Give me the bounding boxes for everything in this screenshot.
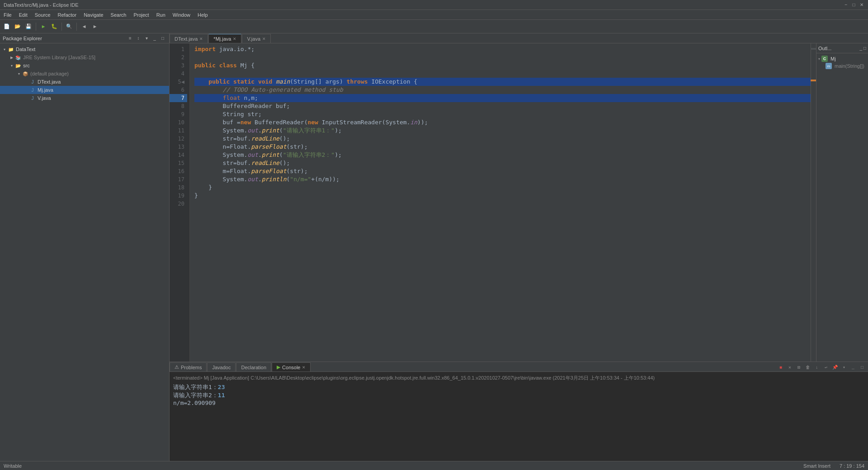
tree-item-datatext[interactable]: ▾ 📁 DataText bbox=[0, 45, 169, 53]
next-button[interactable]: ▶ bbox=[90, 22, 100, 32]
line-num-15: 15 bbox=[170, 159, 187, 167]
line-num-6: 6 bbox=[170, 86, 187, 94]
console-max-btn[interactable]: □ bbox=[858, 363, 866, 371]
tree-item-mj[interactable]: ▶ J Mj.java bbox=[0, 86, 169, 94]
editor-scrollbar[interactable] bbox=[811, 43, 816, 362]
console-clear-btn[interactable]: 🗑 bbox=[804, 363, 812, 371]
line-num-11: 11 bbox=[170, 127, 187, 135]
tree-arrow-datatext: ▾ bbox=[2, 47, 7, 52]
tab-problems-icon: ⚠ bbox=[175, 364, 179, 370]
outline-item-mj[interactable]: ▾ C Mj bbox=[818, 55, 866, 62]
tree-label-v: V.java bbox=[38, 95, 51, 101]
scroll-marker-2 bbox=[811, 80, 816, 81]
line-num-13: 13 bbox=[170, 143, 187, 151]
outline-method-icon: m bbox=[826, 63, 832, 69]
menu-item-search[interactable]: Search bbox=[107, 10, 130, 19]
tree-item-jre[interactable]: ▶ 📚 JRE System Library [JavaSE-15] bbox=[0, 53, 169, 61]
maximize-button[interactable]: □ bbox=[851, 2, 857, 8]
tree-item-default-pkg[interactable]: ▾ 📦 (default package) bbox=[0, 70, 169, 78]
tree-label-jre: JRE System Library [JavaSE-15] bbox=[23, 55, 95, 60]
line-num-10: 10 bbox=[170, 118, 187, 127]
minimize-button[interactable]: − bbox=[843, 2, 849, 8]
outline-min[interactable]: _ bbox=[859, 46, 862, 51]
code-line-5: public static void main(String[] args) t… bbox=[194, 78, 811, 86]
tab-problems[interactable]: ⚠ Problems bbox=[170, 362, 207, 371]
close-button[interactable]: ✕ bbox=[859, 2, 864, 8]
debug-button[interactable]: 🐛 bbox=[49, 22, 59, 32]
new-button[interactable]: 📄 bbox=[2, 22, 12, 32]
menu-item-refactor[interactable]: Refactor bbox=[54, 10, 80, 19]
tree-item-src[interactable]: ▾ 📂 src bbox=[0, 61, 169, 70]
menu-item-source[interactable]: Source bbox=[31, 10, 54, 19]
tab-v-close[interactable]: ✕ bbox=[262, 37, 266, 41]
code-line-18: } bbox=[194, 183, 811, 192]
package-icon: 📦 bbox=[22, 70, 29, 77]
line-num-8: 8 bbox=[170, 102, 187, 110]
console-btn-3[interactable]: ⊠ bbox=[795, 363, 803, 371]
status-right: Smart Insert 7 : 19 : 154 bbox=[803, 463, 864, 469]
code-line-14: System.out.print("请输入字符串2："); bbox=[194, 151, 811, 159]
run-button[interactable]: ▶ bbox=[38, 22, 48, 32]
menu-item-run[interactable]: Run bbox=[153, 10, 169, 19]
tab-mj[interactable]: *Mj.java ✕ bbox=[208, 34, 241, 43]
code-line-1: import java.io.*; bbox=[194, 45, 811, 53]
tree-arrow-src: ▾ bbox=[9, 64, 14, 68]
console-scroll-btn[interactable]: ↓ bbox=[813, 363, 821, 371]
line-num-18: 18 bbox=[170, 183, 187, 192]
status-bar: Writable Smart Insert 7 : 19 : 154 bbox=[0, 461, 868, 470]
menu-item-file[interactable]: File bbox=[0, 10, 15, 19]
console-pin-btn[interactable]: 📌 bbox=[831, 363, 839, 371]
menu-item-help[interactable]: Help bbox=[194, 10, 212, 19]
menu-item-project[interactable]: Project bbox=[130, 10, 152, 19]
prev-button[interactable]: ◀ bbox=[79, 22, 89, 32]
tree-label-default-pkg: (default package) bbox=[30, 71, 69, 76]
line-num-7: 7 bbox=[170, 94, 187, 102]
tree-label-src: src bbox=[23, 63, 30, 68]
pe-min-btn[interactable]: _ bbox=[151, 35, 158, 42]
menu-item-window[interactable]: Window bbox=[169, 10, 194, 19]
console-menu-btn[interactable]: ▾ bbox=[840, 363, 848, 371]
line-num-19: 19 bbox=[170, 192, 187, 200]
tab-console[interactable]: ▶ Console ✕ bbox=[272, 362, 311, 371]
line-num-17: 17 bbox=[170, 175, 187, 183]
console-value-1: 23 bbox=[218, 384, 225, 390]
tab-console-icon: ▶ bbox=[277, 364, 280, 370]
tree-item-v[interactable]: ▶ J V.java bbox=[0, 94, 169, 102]
tab-dtext[interactable]: DText.java ✕ bbox=[170, 34, 208, 43]
line-num-5: 5◀ bbox=[170, 78, 187, 86]
line-num-1: 1 bbox=[170, 45, 187, 53]
tab-v[interactable]: V.java ✕ bbox=[242, 34, 271, 43]
pe-collapse-btn[interactable]: ≡ bbox=[127, 35, 134, 42]
line-num-12: 12 bbox=[170, 135, 187, 143]
menu-item-navigate[interactable]: Navigate bbox=[80, 10, 107, 19]
outline-max[interactable]: □ bbox=[863, 46, 866, 51]
console-word-wrap-btn[interactable]: ↩ bbox=[822, 363, 830, 371]
search-button[interactable]: 🔍 bbox=[64, 22, 74, 32]
console-min-btn[interactable]: _ bbox=[849, 363, 857, 371]
window-title: DataText/src/Mj.java - Eclipse IDE bbox=[4, 2, 79, 8]
outline-item-main[interactable]: m main(String[]) bbox=[818, 62, 866, 70]
open-button[interactable]: 📂 bbox=[13, 22, 23, 32]
pe-menu-btn[interactable]: ▾ bbox=[143, 35, 150, 42]
tab-declaration[interactable]: Declaration bbox=[236, 362, 271, 371]
console-btn-2[interactable]: ✕ bbox=[786, 363, 794, 371]
pe-link-btn[interactable]: ↕ bbox=[135, 35, 142, 42]
outline-label-mj: Mj bbox=[830, 56, 836, 61]
tab-dtext-close[interactable]: ✕ bbox=[199, 37, 203, 41]
tree-item-dtext[interactable]: ▶ J DText.java bbox=[0, 78, 169, 86]
tab-mj-close[interactable]: ✕ bbox=[233, 37, 236, 41]
tab-console-close[interactable]: ✕ bbox=[302, 365, 306, 370]
package-explorer-header: Package Explorer ≡ ↕ ▾ _ □ bbox=[0, 33, 169, 43]
menu-item-edit[interactable]: Edit bbox=[15, 10, 31, 19]
tab-javadoc[interactable]: Javadoc bbox=[207, 362, 236, 371]
code-line-16: m=Float.parseFloat(str); bbox=[194, 167, 811, 175]
tree-label-dtext: DText.java bbox=[38, 79, 61, 85]
save-button[interactable]: 💾 bbox=[24, 22, 33, 32]
code-content[interactable]: import java.io.*; public class Mj { publ… bbox=[190, 43, 811, 362]
library-icon: 📚 bbox=[14, 54, 22, 61]
tab-javadoc-label: Javadoc bbox=[212, 365, 231, 370]
pe-max-btn[interactable]: □ bbox=[159, 35, 166, 42]
outline-header: Outl... _ □ bbox=[816, 43, 868, 53]
console-stop-btn[interactable]: ■ bbox=[777, 363, 785, 371]
tab-mj-label: *Mj.java bbox=[213, 36, 231, 42]
